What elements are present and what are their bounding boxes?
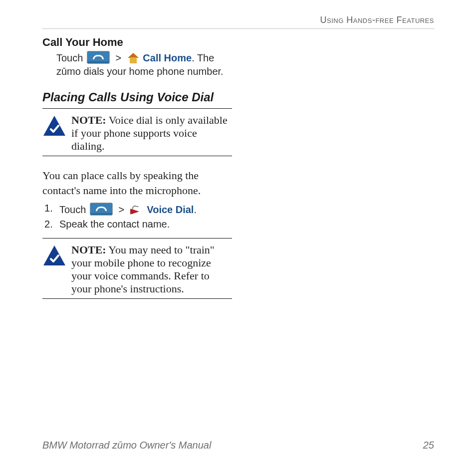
note-label: NOTE:: [71, 243, 106, 256]
section-rule-mid: [42, 156, 232, 156]
note-text: NOTE: You may need to "train" your mobil…: [66, 243, 232, 295]
note-label: NOTE:: [71, 114, 106, 126]
breadcrumb-separator: >: [116, 52, 122, 63]
note-voice-dial-available: NOTE: Voice dial is only available if yo…: [42, 114, 232, 153]
section-call-your-home-title: Call Your Home: [42, 36, 232, 49]
call-home-instruction: Touch > Call Home. The zūmo dials your h…: [42, 51, 232, 78]
footer-manual-title: BMW Motorrad zūmo Owner's Manual: [42, 440, 211, 451]
breadcrumb-separator: >: [119, 204, 125, 215]
note-text: NOTE: Voice dial is only available if yo…: [66, 114, 232, 153]
voice-dial-icon: [130, 206, 143, 216]
page-number: 25: [423, 440, 434, 451]
touch-label: Touch: [59, 204, 86, 215]
phone-icon: [87, 51, 110, 64]
voice-dial-steps: Touch > Voice Dial. Speak the contact na…: [42, 203, 232, 230]
step1-after: .: [194, 204, 197, 215]
voice-dial-link: Voice Dial: [147, 204, 194, 215]
note-train-phone: NOTE: You may need to "train" your mobil…: [42, 243, 232, 295]
step-2: Speak the contact name.: [42, 219, 232, 230]
running-header: Using Hands-free Features: [42, 15, 434, 28]
call-home-link: Call Home: [143, 52, 192, 63]
home-icon: [127, 53, 139, 64]
step-1: Touch > Voice Dial.: [42, 203, 232, 216]
section-rule-bottom-top: [42, 238, 232, 238]
header-divider: [42, 28, 434, 29]
phone-icon: [90, 203, 113, 216]
voice-dial-lead: You can place calls by speaking the cont…: [42, 168, 232, 198]
section-rule-bottom: [42, 298, 232, 299]
section-voice-dial-title: Placing Calls Using Voice Dial: [42, 90, 232, 104]
checkmark-badge-icon: [42, 115, 66, 137]
checkmark-badge-icon: [42, 244, 66, 266]
section-rule-top: [42, 108, 232, 109]
touch-label: Touch: [56, 52, 83, 63]
